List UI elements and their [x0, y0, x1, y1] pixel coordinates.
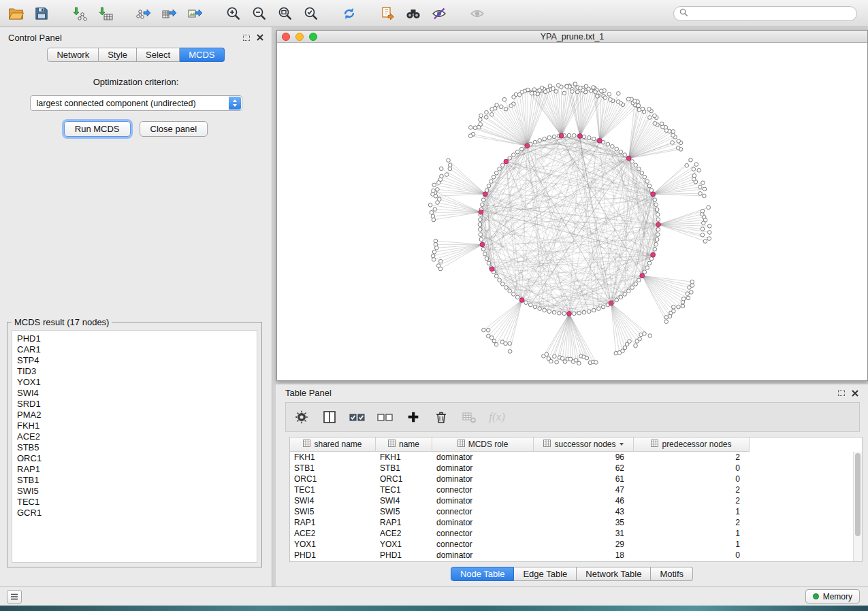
column-header-successor-nodes[interactable]: successor nodes: [534, 437, 634, 452]
mcds-node-item[interactable]: ACE2: [17, 431, 252, 442]
table-tab-edge-table[interactable]: Edge Table: [514, 567, 577, 581]
table-cell[interactable]: RAP1: [290, 518, 376, 527]
export-table-icon[interactable]: [161, 5, 178, 22]
table-row[interactable]: SWI5SWI5connector431: [290, 506, 862, 517]
tab-network[interactable]: Network: [47, 48, 99, 62]
mcds-node-item[interactable]: YOX1: [17, 377, 252, 388]
column-header-predecessor-nodes[interactable]: predecessor nodes: [634, 437, 750, 452]
table-cell[interactable]: 2: [634, 518, 750, 527]
search-input[interactable]: [692, 9, 851, 18]
network-window-titlebar[interactable]: YPA_prune.txt_1: [277, 31, 867, 43]
table-cell[interactable]: TEC1: [290, 485, 376, 495]
settings-gear-icon[interactable]: [293, 408, 310, 426]
hide-eye-icon[interactable]: [468, 5, 486, 22]
table-cell[interactable]: 96: [534, 452, 634, 462]
import-table-icon[interactable]: [97, 5, 114, 22]
table-cell[interactable]: 46: [534, 496, 634, 506]
mcds-node-item[interactable]: SWI4: [17, 388, 252, 399]
zoom-out-icon[interactable]: [251, 5, 268, 22]
float-window-icon[interactable]: [243, 35, 250, 41]
table-row[interactable]: FKH1FKH1dominator962: [290, 452, 862, 463]
table-cell[interactable]: dominator: [432, 474, 534, 484]
table-cell[interactable]: 1: [634, 507, 750, 516]
float-table-panel-icon[interactable]: [838, 390, 845, 396]
scrollbar-thumb[interactable]: [855, 453, 861, 536]
table-tab-motifs[interactable]: Motifs: [651, 567, 693, 581]
select-all-icon[interactable]: [349, 408, 366, 426]
mcds-node-item[interactable]: FKH1: [17, 420, 252, 431]
deselect-all-icon[interactable]: [376, 408, 394, 426]
table-tab-network-table[interactable]: Network Table: [577, 567, 651, 581]
mcds-node-item[interactable]: TEC1: [17, 497, 252, 508]
table-cell[interactable]: ACE2: [376, 529, 432, 538]
table-cell[interactable]: connector: [432, 540, 534, 549]
table-cell[interactable]: YOX1: [376, 540, 432, 549]
table-cell[interactable]: SWI5: [290, 507, 376, 516]
save-icon[interactable]: [33, 5, 50, 22]
mcds-node-item[interactable]: TID3: [17, 366, 252, 377]
clone-network-icon[interactable]: [379, 5, 396, 22]
maximize-window-icon[interactable]: [309, 33, 317, 41]
table-cell[interactable]: 18: [534, 550, 634, 560]
table-cell[interactable]: 35: [534, 518, 634, 527]
table-row[interactable]: PHD1PHD1dominator180: [290, 550, 862, 561]
delete-row-icon[interactable]: [432, 408, 450, 426]
table-tab-node-table[interactable]: Node Table: [451, 567, 515, 581]
table-cell[interactable]: 47: [534, 485, 634, 495]
minimize-window-icon[interactable]: [295, 33, 304, 41]
mcds-node-item[interactable]: CAR1: [17, 344, 252, 355]
table-cell[interactable]: 1: [634, 540, 750, 549]
table-row[interactable]: ACE2ACE2connector311: [290, 528, 862, 539]
close-panel-icon[interactable]: [257, 34, 263, 41]
search-binoculars-icon[interactable]: [404, 5, 422, 22]
column-header-name[interactable]: name: [376, 437, 432, 452]
criterion-dropdown[interactable]: largest connected component (undirected): [30, 95, 242, 111]
table-row[interactable]: YOX1YOX1connector291: [290, 539, 862, 550]
memory-button[interactable]: Memory: [805, 589, 860, 604]
table-cell[interactable]: dominator: [432, 496, 534, 506]
table-row[interactable]: SWI4SWI4dominator462: [290, 495, 862, 506]
import-network-icon[interactable]: [71, 5, 89, 22]
table-cell[interactable]: STB1: [290, 463, 376, 473]
table-cell[interactable]: 29: [534, 540, 634, 549]
table-cell[interactable]: connector: [432, 507, 534, 516]
mcds-node-item[interactable]: SWI5: [17, 486, 252, 497]
zoom-fit-icon[interactable]: [276, 5, 294, 22]
table-cell[interactable]: connector: [432, 485, 534, 495]
table-cell[interactable]: 2: [634, 496, 750, 506]
mcds-node-item[interactable]: PMA2: [17, 410, 252, 420]
node-table[interactable]: shared namenameMCDS rolesuccessor nodesp…: [289, 437, 863, 562]
table-cell[interactable]: 31: [534, 529, 634, 538]
table-cell[interactable]: FKH1: [290, 452, 376, 462]
search-box[interactable]: [673, 6, 857, 21]
panel-menu-button[interactable]: [7, 590, 22, 604]
table-row[interactable]: STB1STB1dominator620: [290, 463, 862, 474]
table-cell[interactable]: ORC1: [290, 474, 376, 484]
mcds-node-item[interactable]: ORC1: [17, 453, 252, 464]
column-header-shared-name[interactable]: shared name: [290, 437, 376, 452]
mcds-node-item[interactable]: STB5: [17, 442, 252, 453]
mcds-node-item[interactable]: GCR1: [17, 508, 252, 518]
zoom-selected-icon[interactable]: [302, 5, 320, 22]
table-cell[interactable]: ACE2: [290, 529, 376, 538]
add-row-icon[interactable]: [404, 408, 422, 426]
table-row[interactable]: ORC1ORC1dominator610: [290, 474, 862, 484]
table-cell[interactable]: 61: [534, 474, 634, 484]
export-image-icon[interactable]: [187, 5, 204, 22]
open-folder-icon[interactable]: [7, 5, 25, 22]
column-layout-icon[interactable]: [321, 408, 338, 426]
filter-eye-icon[interactable]: [430, 5, 448, 22]
table-cell[interactable]: 43: [534, 507, 634, 516]
table-cell[interactable]: 62: [534, 463, 634, 473]
network-canvas[interactable]: [277, 43, 867, 380]
mcds-node-item[interactable]: PHD1: [17, 333, 252, 344]
table-cell[interactable]: YOX1: [290, 540, 376, 549]
table-cell[interactable]: SWI4: [376, 496, 432, 506]
table-cell[interactable]: dominator: [432, 518, 534, 527]
table-cell[interactable]: FKH1: [376, 452, 432, 462]
table-cell[interactable]: RAP1: [376, 518, 432, 527]
zoom-in-icon[interactable]: [225, 5, 242, 22]
tab-select[interactable]: Select: [137, 48, 180, 62]
table-cell[interactable]: dominator: [432, 550, 534, 560]
table-row[interactable]: RAP1RAP1dominator352: [290, 517, 862, 528]
